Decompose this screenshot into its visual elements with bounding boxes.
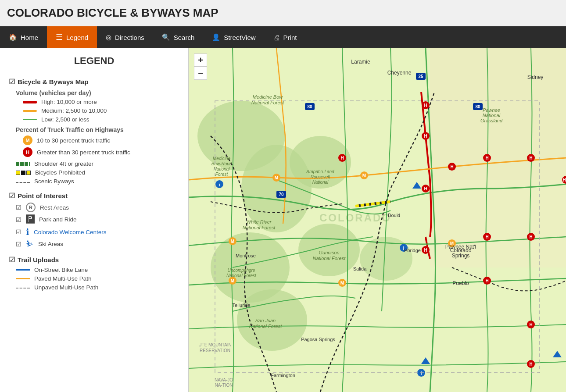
svg-text:H: H <box>424 248 427 253</box>
svg-text:Roosevelt: Roosevelt <box>311 175 331 179</box>
nav-bar: 🏠 Home ☰ Legend ◎ Directions 🔍 Search 👤 … <box>0 26 566 48</box>
svg-text:H: H <box>485 156 488 160</box>
volume-title: Volume (vehicles per day) <box>16 89 179 96</box>
svg-text:H: H <box>529 235 532 239</box>
poi-ski-check[interactable]: ☑ <box>16 241 21 248</box>
svg-rect-9 <box>430 180 566 267</box>
svg-text:Pbridge: Pbridge <box>404 248 421 253</box>
scenic-byways-item: Scenic Byways <box>16 178 179 185</box>
park-ride-icon: 🅿 <box>26 214 35 225</box>
svg-text:COLORADO: COLORADO <box>319 212 391 224</box>
svg-text:Grassland: Grassland <box>480 118 503 123</box>
volume-medium-item: Medium: 2,500 to 10,000 <box>23 107 179 114</box>
legend-section-bicycle: ☑ Bicycle & Byways Map Volume (vehicles … <box>9 73 179 185</box>
paved-path-item: Paved Multi-Use Path <box>16 275 179 282</box>
svg-text:Sidney: Sidney <box>527 74 544 80</box>
trail-title-label: Trail Uploads <box>18 256 59 264</box>
shoulder-item: Shoulder 4ft or greater <box>16 160 179 167</box>
svg-text:Pueblo: Pueblo <box>452 280 469 286</box>
streetview-icon: 👤 <box>212 33 220 41</box>
nav-directions-label: Directions <box>115 34 144 41</box>
poi-section-title: ☑ Point of Interest <box>9 192 179 200</box>
svg-text:H: H <box>529 322 532 327</box>
nav-search[interactable]: 🔍 Search <box>153 26 204 48</box>
svg-text:25: 25 <box>418 74 423 79</box>
zoom-out-button[interactable]: − <box>194 67 207 80</box>
truck-10-30-item: M 10 to 30 percent truck traffic <box>23 135 179 145</box>
volume-high-item: High: 10,000 or more <box>23 99 179 105</box>
svg-text:White River: White River <box>247 219 272 225</box>
unpaved-path-label: Unpaved Multi-Use Path <box>34 284 98 291</box>
svg-text:National Forest: National Forest <box>226 273 257 278</box>
svg-text:H: H <box>485 235 488 239</box>
svg-text:Forest: Forest <box>215 172 229 177</box>
nav-legend[interactable]: ☰ Legend <box>47 26 97 48</box>
truck-traffic-title: Percent of Truck Traffic on Highways <box>16 126 179 133</box>
legend-section-poi: ☑ Point of Interest ☑ R Rest Areas ☑ 🅿 P… <box>9 187 179 249</box>
poi-wc-check[interactable]: ☑ <box>16 228 21 235</box>
park-ride-label: Park and Ride <box>39 216 77 223</box>
svg-text:Telluride: Telluride <box>233 303 251 308</box>
map-area[interactable]: H H H H H H H H H H H H H H <box>189 48 566 392</box>
svg-text:70: 70 <box>279 192 284 197</box>
map-svg: H H H H H H H H H H H H H H <box>189 48 566 392</box>
trail-checkbox-icon[interactable]: ☑ <box>9 256 15 264</box>
checkbox-icon[interactable]: ☑ <box>9 78 15 86</box>
svg-text:National: National <box>483 113 501 118</box>
scenic-byways-label: Scenic Byways <box>34 178 74 185</box>
svg-text:80: 80 <box>475 104 480 109</box>
nav-directions[interactable]: ◎ Directions <box>97 26 153 48</box>
sidebar: LEGEND ☑ Bicycle & Byways Map Volume (ve… <box>0 48 189 392</box>
svg-text:National Forest: National Forest <box>249 324 283 329</box>
svg-text:Laramie: Laramie <box>351 59 370 65</box>
svg-text:M: M <box>340 281 344 285</box>
rest-areas-item: ☑ R Rest Areas <box>16 203 179 212</box>
svg-text:H: H <box>485 278 488 283</box>
poi-checkbox-icon[interactable]: ☑ <box>9 192 15 200</box>
nav-print[interactable]: 🖨 Print <box>265 26 306 48</box>
volume-medium-label: Medium: 2,500 to 10,000 <box>41 107 107 114</box>
legend-title: LEGEND <box>9 55 179 67</box>
svg-text:H: H <box>424 186 427 191</box>
svg-text:Montrose: Montrose <box>236 253 256 258</box>
truck-30plus-label: Greater than 30 percent truck traffic <box>37 149 130 156</box>
legend-section-trail: ☑ Trail Uploads On-Street Bike Lane Pave… <box>9 251 179 291</box>
shoulder-label: Shoulder 4ft or greater <box>34 160 93 167</box>
truck-10-30-label: 10 to 30 percent truck traffic <box>37 137 110 144</box>
svg-text:H: H <box>529 362 532 367</box>
svg-text:H: H <box>529 156 532 160</box>
main-layout: LEGEND ☑ Bicycle & Byways Map Volume (ve… <box>0 48 566 392</box>
poi-park-check[interactable]: ☑ <box>16 216 21 223</box>
svg-text:M: M <box>362 173 366 178</box>
svg-text:H: H <box>424 134 427 139</box>
truck-m-badge: M <box>23 135 32 145</box>
app-title: COLORADO BICYCLE & BYWAYS MAP <box>7 6 219 20</box>
poi-rest-check[interactable]: ☑ <box>16 204 21 211</box>
svg-text:i: i <box>219 182 220 187</box>
nav-streetview[interactable]: 👤 StreetView <box>203 26 264 48</box>
svg-text:NAVA-JO: NAVA-JO <box>215 378 233 382</box>
unpaved-path-swatch <box>16 288 30 289</box>
svg-text:H: H <box>450 164 453 169</box>
zoom-controls: + − <box>194 53 207 80</box>
svg-text:M: M <box>231 239 234 244</box>
nav-legend-label: Legend <box>66 34 88 41</box>
bike-lane-item: On-Street Bike Lane <box>16 267 179 273</box>
zoom-in-button[interactable]: + <box>194 53 207 67</box>
rest-areas-icon: R <box>26 203 36 212</box>
svg-text:Gunnison: Gunnison <box>319 250 339 255</box>
svg-text:80: 80 <box>307 104 312 109</box>
svg-text:M: M <box>275 175 278 180</box>
svg-text:M: M <box>231 278 234 283</box>
svg-text:H: H <box>340 156 344 160</box>
park-ride-item: ☑ 🅿 Park and Ride <box>16 214 179 225</box>
svg-text:H: H <box>562 178 566 182</box>
paved-path-label: Paved Multi-Use Path <box>34 275 92 282</box>
svg-text:NA-TION: NA-TION <box>215 383 233 388</box>
svg-text:Farmington: Farmington <box>271 373 295 378</box>
ski-areas-icon: ⛷ <box>26 239 34 249</box>
directions-icon: ◎ <box>106 33 111 41</box>
truck-h-badge: H <box>23 147 32 157</box>
print-icon: 🖨 <box>273 34 280 41</box>
nav-home[interactable]: 🏠 Home <box>0 26 47 48</box>
